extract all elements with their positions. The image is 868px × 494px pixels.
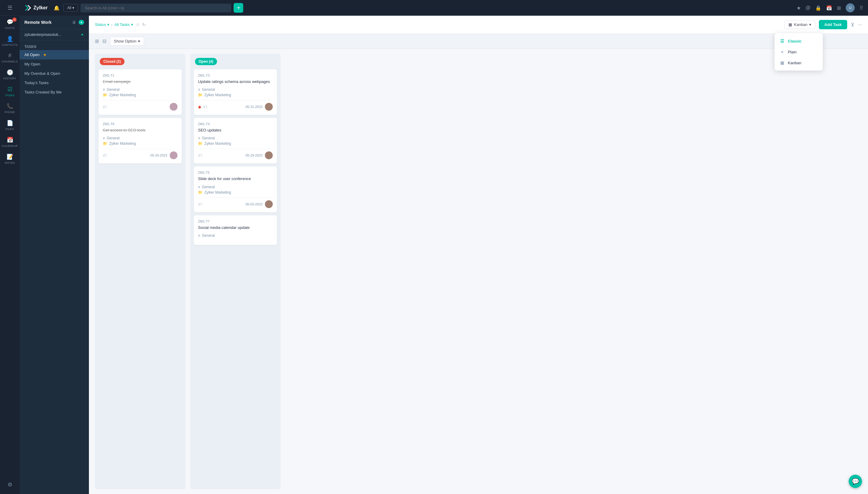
sidebar-item-all-open[interactable]: All Open ★ <box>20 50 89 59</box>
nav-item-channels[interactable]: # CHANNELS <box>0 50 20 66</box>
task-card-zm1t3[interactable]: ZM1-T3 Update ratings schema across webp… <box>194 69 277 115</box>
add-button[interactable]: + <box>234 3 243 13</box>
logo-icon <box>24 4 32 12</box>
grid-icon[interactable]: ⊞ <box>837 5 841 11</box>
breadcrumb-tasks-arrow: ▾ <box>131 22 133 27</box>
sidebar-workspace: zylcalenterprisesoluti... ✦ <box>20 29 89 40</box>
task-priority-row: ≡ General <box>198 136 273 140</box>
kanban-arrow-icon: ▾ <box>809 22 811 27</box>
breadcrumb-separator: › <box>111 22 113 27</box>
tasks-label: TASKS <box>5 94 15 97</box>
sidebar-item-tasks-created-by-me[interactable]: Tasks Created By Me <box>20 88 89 97</box>
bell-icon[interactable]: 🔔 <box>54 5 60 11</box>
tag-icon[interactable]: 🏷 <box>198 153 202 158</box>
task-footer: ◆ 🏷 05-31-2023 <box>198 100 273 111</box>
kanban-icon: ▦ <box>780 60 785 65</box>
priority-icon: ≡ <box>198 136 200 140</box>
favorite-icon[interactable]: ☆ <box>136 22 140 27</box>
task-meta: ≡ General 📁 Zylker Marketing <box>198 136 273 146</box>
view-mode-button[interactable]: ▦ Kanban ▾ <box>785 20 815 29</box>
project-icon: 📁 <box>198 141 202 146</box>
task-card-zm1t5[interactable]: ZM1-T5 Slide deck for user conference ≡ … <box>194 167 277 212</box>
task-id: ZM1-T7 <box>198 220 273 223</box>
files-label: FILES <box>6 128 14 131</box>
contacts-icon: 👤 <box>7 36 13 42</box>
todays-tasks-label: Today's Tasks <box>24 80 48 85</box>
user-avatar[interactable]: U <box>846 3 855 12</box>
star-icon[interactable]: ★ <box>796 5 801 11</box>
task-footer: 🏷 05-29-2023 <box>103 149 178 159</box>
show-option-arrow-icon: ▾ <box>138 39 140 43</box>
more-options-icon[interactable]: ··· <box>858 22 862 27</box>
task-meta: ≡ General 📁 Zylker Marketing <box>103 136 178 146</box>
task-project-row: 📁 Zylker Marketing <box>198 190 273 194</box>
files-icon: 📄 <box>7 120 13 126</box>
sidebar-item-todays-tasks[interactable]: Today's Tasks <box>20 78 89 88</box>
task-card-zm1t7[interactable]: ZM1-T7 Social media calendar update ≡ Ge… <box>194 215 277 245</box>
collapse-columns-icon[interactable]: ⊟ <box>102 38 106 44</box>
sidebar-item-my-open[interactable]: My Open <box>20 59 89 69</box>
chat-fab-button[interactable]: 💬 <box>849 475 862 488</box>
task-date-avatar: 06-03-2023 <box>245 200 273 208</box>
project-icon: 📁 <box>198 93 202 97</box>
nav-item-files[interactable]: 📄 FILES <box>0 117 20 134</box>
kanban-column-closed: Closed (2) ZM1-T1 Email campaign ≡ Gener… <box>95 54 185 489</box>
task-card-zm1t6[interactable]: ZM1-T6 Get access to SEO tools ≡ General… <box>99 118 182 164</box>
task-assignee-avatar <box>265 151 273 159</box>
notes-icon: 📝 <box>7 153 13 160</box>
column-header-open: Open (4) <box>190 54 281 69</box>
show-option-button[interactable]: Show Option ▾ <box>110 37 144 45</box>
at-icon[interactable]: @ <box>806 5 810 11</box>
task-project-row: 📁 Zylker Marketing <box>103 93 178 97</box>
task-title: Get access to SEO tools <box>103 128 178 133</box>
dropdown-item-kanban[interactable]: ▦ Kanban <box>774 57 823 68</box>
task-card-zm1t4[interactable]: ZM1-T4 SEO updates ≡ General 📁 Zylker Ma… <box>194 118 277 164</box>
breadcrumb-status[interactable]: Status ▾ <box>95 22 110 27</box>
sidebar: Remote Work 🖥 ● zylcalenterprisesoluti..… <box>20 16 89 494</box>
task-assignee-avatar <box>265 103 273 111</box>
content-header-left: Status ▾ › All Tasks ▾ ☆ ↻ <box>95 22 146 27</box>
sidebar-item-my-overdue[interactable]: My Overdue & Open <box>20 69 89 78</box>
nav-item-phone[interactable]: 📞 PHONE <box>0 100 20 117</box>
hamburger-icon[interactable]: ☰ <box>7 4 12 11</box>
chats-label: CHATS <box>5 26 15 30</box>
apps-icon[interactable]: ⠿ <box>860 5 863 11</box>
tasks-section: Tasks All Open ★ My Open My Overdue & Op… <box>20 40 89 99</box>
nav-item-history[interactable]: 🕐 HISTORY <box>0 66 20 83</box>
project-icon: 📁 <box>103 141 107 146</box>
dropdown-item-plain[interactable]: ≡ Plain <box>774 46 823 57</box>
lock-icon[interactable]: 🔒 <box>815 5 821 11</box>
nav-item-notes[interactable]: 📝 NOTES <box>0 151 20 167</box>
calendar-top-icon[interactable]: 📅 <box>826 5 832 11</box>
topbar: Zylker 🔔 All ▾ + ★ @ 🔒 📅 ⊞ U ⠿ <box>20 0 868 16</box>
tag-icon[interactable]: 🏷 <box>103 153 107 158</box>
all-filter-button[interactable]: All ▾ <box>63 4 78 12</box>
task-priority-row: ≡ General <box>198 88 273 92</box>
history-icon: 🕐 <box>7 69 13 76</box>
filter-icon[interactable]: ⊻ <box>851 22 854 27</box>
expand-columns-icon[interactable]: ⊞ <box>95 38 99 44</box>
breadcrumb: Status ▾ › All Tasks ▾ <box>95 22 133 27</box>
task-meta: ≡ General 📁 Zylker Marketing <box>198 185 273 194</box>
tag-icon[interactable]: 🏷 <box>198 202 202 207</box>
contacts-label: CONTACTS <box>2 43 18 46</box>
task-date: 05-29-2023 <box>151 153 167 157</box>
search-input[interactable] <box>80 4 231 12</box>
nav-item-tasks[interactable]: ☑ TASKS <box>0 83 20 100</box>
add-task-button[interactable]: Add Task <box>819 20 847 29</box>
breadcrumb-all-tasks[interactable]: All Tasks ▾ <box>115 22 133 27</box>
nav-item-contacts[interactable]: 👤 CONTACTS <box>0 33 20 50</box>
workspace-name: zylcalenterprisesoluti... <box>24 33 61 37</box>
nav-item-chats[interactable]: 💬 CHATS 2 <box>0 16 20 33</box>
refresh-icon[interactable]: ↻ <box>142 22 146 27</box>
toggle-icon[interactable]: ● <box>79 20 84 25</box>
tag-icon[interactable]: 🏷 <box>203 104 208 109</box>
tag-icon[interactable]: 🏷 <box>103 104 107 109</box>
dropdown-item-classic[interactable]: ☰ Classic <box>774 36 823 46</box>
task-date-avatar: 05-29-2023 <box>245 151 273 159</box>
settings-icon[interactable]: ⚙ <box>4 478 15 491</box>
nav-item-calendar[interactable]: 📅 CALENDAR <box>0 134 20 151</box>
workspace-icon: ✦ <box>80 32 84 37</box>
task-card-zm1t1[interactable]: ZM1-T1 Email campaign ≡ General 📁 Zylker… <box>99 69 182 115</box>
task-meta: ≡ General <box>198 233 273 238</box>
